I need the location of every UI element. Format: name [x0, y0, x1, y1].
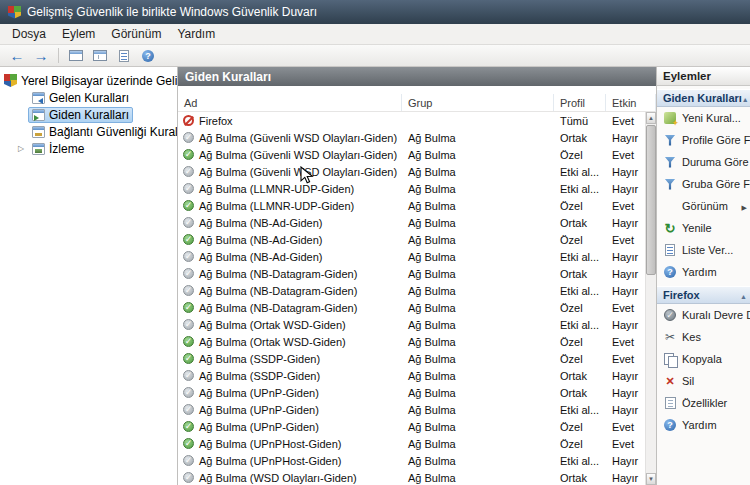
action-item[interactable]: Özellikler: [657, 392, 750, 414]
rule-profile: Özel: [554, 302, 606, 314]
tree-item-label: Gelen Kuralları: [49, 91, 129, 105]
rule-state-icon: [183, 115, 194, 126]
action-item[interactable]: Gruba Göre Fil...: [657, 173, 750, 195]
action-item[interactable]: Kuralı Devre Dı...: [657, 304, 750, 326]
action-label: Duruma Göre F...: [682, 156, 750, 168]
table-row[interactable]: Ağ Bulma (NB-Ad-Giden) Ağ Bulma Özel Eve…: [178, 231, 645, 248]
scroll-track[interactable]: [646, 124, 656, 473]
action-item[interactable]: Kes: [657, 326, 750, 348]
table-row[interactable]: Ağ Bulma (UPnPHost-Giden) Ağ Bulma Özel …: [178, 435, 645, 452]
table-row[interactable]: Ağ Bulma (Ortak WSD-Giden) Ağ Bulma Özel…: [178, 333, 645, 350]
table-row[interactable]: Ağ Bulma (Güvenli WSD Olayları-Giden) Ağ…: [178, 163, 645, 180]
action-section-items: Yeni Kural... Profile Göre Fil... Duruma…: [657, 107, 750, 283]
action-section-header[interactable]: Giden Kuralları: [657, 89, 750, 107]
column-profil[interactable]: Profil: [554, 94, 606, 111]
tree-item-icon: [32, 126, 45, 138]
table-row[interactable]: Ağ Bulma (Güvenli WSD Olayları-Giden) Ağ…: [178, 146, 645, 163]
table-row[interactable]: Ağ Bulma (UPnP-Giden) Ağ Bulma Özel Evet: [178, 418, 645, 435]
tree-root-label: Yerel Bilgisayar üzerinde Gelişm: [21, 74, 177, 88]
table-row[interactable]: Ağ Bulma (SSDP-Giden) Ağ Bulma Özel Evet: [178, 350, 645, 367]
rule-state-icon: [183, 268, 194, 279]
collapse-chevron-icon[interactable]: [742, 92, 749, 104]
rule-state-icon: [183, 166, 194, 177]
tree-root-node[interactable]: Yerel Bilgisayar üzerinde Gelişm: [0, 72, 177, 89]
action-item[interactable]: Yenile: [657, 217, 750, 239]
tree-items: ▷ Gelen Kuralları ▷ Giden Kuralları ▷ Ba…: [0, 89, 177, 157]
table-row[interactable]: Ağ Bulma (NB-Ad-Giden) Ağ Bulma Ortak Ha…: [178, 214, 645, 231]
rows-wrap: Firefox Tümü Evet Ağ Bulma (Güvenli WSD …: [178, 112, 656, 485]
export-list-button[interactable]: [113, 46, 135, 65]
action-item[interactable]: Kopyala: [657, 348, 750, 370]
window-body: Yerel Bilgisayar üzerinde Gelişm ▷ Gelen…: [0, 67, 750, 485]
delete-icon: [665, 375, 674, 388]
rule-name: Ağ Bulma (Ortak WSD-Giden): [199, 336, 346, 348]
help-button[interactable]: [137, 46, 159, 65]
table-row[interactable]: Ağ Bulma (NB-Datagram-Giden) Ağ Bulma Öz…: [178, 299, 645, 316]
action-label: Yenile: [682, 222, 712, 234]
table-row[interactable]: Ağ Bulma (UPnPHost-Giden) Ağ Bulma Etki …: [178, 452, 645, 469]
table-row[interactable]: Ağ Bulma (LLMNR-UDP-Giden) Ağ Bulma Etki…: [178, 180, 645, 197]
action-section-header[interactable]: Firefox: [657, 286, 750, 304]
action-item[interactable]: Duruma Göre F...: [657, 151, 750, 173]
table-row[interactable]: Firefox Tümü Evet: [178, 112, 645, 129]
console-panes-button[interactable]: [89, 46, 111, 65]
table-row[interactable]: Ağ Bulma (SSDP-Giden) Ağ Bulma Ortak Hay…: [178, 367, 645, 384]
table-row[interactable]: Ağ Bulma (NB-Datagram-Giden) Ağ Bulma Et…: [178, 282, 645, 299]
table-row[interactable]: Ağ Bulma (NB-Datagram-Giden) Ağ Bulma Or…: [178, 265, 645, 282]
rule-state-icon: [183, 370, 194, 381]
titlebar[interactable]: Gelişmiş Güvenlik ile birlikte Windows G…: [0, 0, 750, 24]
action-item[interactable]: Yeni Kural...: [657, 107, 750, 129]
rule-enabled: Hayır: [606, 404, 645, 416]
column-etkin[interactable]: Etkin: [606, 94, 656, 111]
rule-group: Ağ Bulma: [402, 438, 554, 450]
refresh-icon: [665, 221, 676, 236]
action-item[interactable]: Yardım: [657, 261, 750, 283]
console-tree-button[interactable]: [65, 46, 87, 65]
menu-gorunum[interactable]: Görünüm: [103, 25, 169, 43]
action-item[interactable]: Profile Göre Fil...: [657, 129, 750, 151]
table-row[interactable]: Ağ Bulma (Güvenli WSD Olayları-Giden) Ağ…: [178, 129, 645, 146]
menu-yardim[interactable]: Yardım: [169, 25, 223, 43]
table-row[interactable]: Ağ Bulma (UPnP-Giden) Ağ Bulma Etki al..…: [178, 401, 645, 418]
rule-enabled: Hayır: [606, 183, 645, 195]
rule-group: Ağ Bulma: [402, 285, 554, 297]
scroll-thumb[interactable]: [646, 125, 656, 275]
table-row[interactable]: Ağ Bulma (LLMNR-UDP-Giden) Ağ Bulma Özel…: [178, 197, 645, 214]
rule-state-icon: [183, 183, 194, 194]
vertical-scrollbar[interactable]: [645, 112, 656, 485]
menu-dosya[interactable]: Dosya: [4, 25, 54, 43]
rule-profile: Etki al...: [554, 404, 606, 416]
menubar: Dosya Eylem Görünüm Yardım: [0, 24, 750, 45]
action-item[interactable]: Görünüm: [657, 195, 750, 217]
forward-button[interactable]: [30, 46, 52, 65]
back-button[interactable]: [6, 46, 28, 65]
table-row[interactable]: Ağ Bulma (NB-Ad-Giden) Ağ Bulma Etki al.…: [178, 248, 645, 265]
rule-profile: Ortak: [554, 132, 606, 144]
rule-state-icon: [183, 132, 194, 143]
rule-group: Ağ Bulma: [402, 455, 554, 467]
tree-item-gelen-kurallari[interactable]: ▷ Gelen Kuralları: [0, 89, 177, 106]
column-ad[interactable]: Ad: [178, 94, 402, 111]
table-row[interactable]: Ağ Bulma (WSD Olayları-Giden) Ağ Bulma O…: [178, 469, 645, 485]
action-item[interactable]: Yardım: [657, 414, 750, 436]
scroll-down-arrow[interactable]: [646, 473, 656, 485]
actions-panel-title: Eylemler: [657, 67, 750, 86]
tree-item-izleme[interactable]: ▷ İzleme: [0, 140, 177, 157]
action-item[interactable]: Sil: [657, 370, 750, 392]
action-item[interactable]: Liste Ver...: [657, 239, 750, 261]
rule-name: Ağ Bulma (UPnP-Giden): [199, 404, 319, 416]
expander-icon[interactable]: ▷: [16, 144, 26, 153]
tree-item-baglanti-guvenligi[interactable]: ▷ Bağlantı Güvenliği Kuralları: [0, 123, 177, 140]
rule-state-icon: [183, 149, 194, 160]
rule-group: Ağ Bulma: [402, 251, 554, 263]
rule-profile: Etki al...: [554, 455, 606, 467]
rule-profile: Ortak: [554, 387, 606, 399]
column-grup[interactable]: Grup: [402, 94, 554, 111]
table-row[interactable]: Ağ Bulma (Ortak WSD-Giden) Ağ Bulma Etki…: [178, 316, 645, 333]
collapse-chevron-icon[interactable]: [740, 289, 747, 301]
menu-eylem[interactable]: Eylem: [54, 25, 103, 43]
rule-state-icon: [183, 217, 194, 228]
table-row[interactable]: Ağ Bulma (UPnP-Giden) Ağ Bulma Ortak Hay…: [178, 384, 645, 401]
scroll-up-arrow[interactable]: [646, 112, 656, 124]
tree-item-giden-kurallari[interactable]: ▷ Giden Kuralları: [0, 106, 177, 123]
